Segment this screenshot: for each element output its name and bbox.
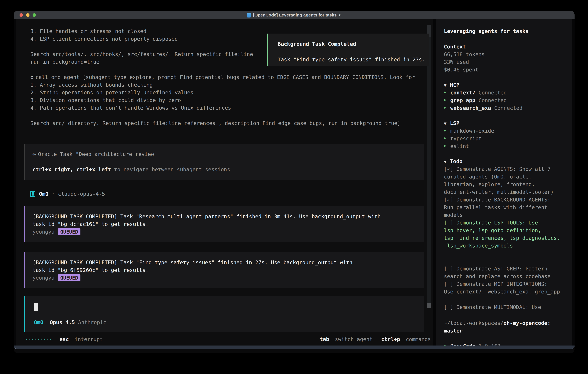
esc-key-label: esc xyxy=(60,336,69,342)
app-window: [OpenCode] Leveraging agents for tasks ◐… xyxy=(14,11,575,353)
tab-key-label: tab xyxy=(320,336,329,342)
task-meta-row: yeongyu QUEUED xyxy=(32,228,424,236)
prompt-input[interactable]: OmO Opus 4.5 Anthropic xyxy=(24,296,424,332)
status-badge: QUEUED xyxy=(58,228,80,235)
commands-action-label: commands xyxy=(406,336,431,342)
context-section: Context 66,518 tokens 33% used $0.46 spe… xyxy=(444,43,572,73)
task-message-line: task_id="bg_dcfac161" to get results. xyxy=(32,220,424,228)
mcp-item: context7Connected xyxy=(444,89,572,96)
chevron-down-icon: ▼ xyxy=(444,121,447,126)
zoom-button[interactable] xyxy=(32,13,36,17)
window-title: [OpenCode] Leveraging agents for tasks xyxy=(253,13,336,18)
todo-line: lsp_workspace_symbols xyxy=(444,242,572,249)
mcp-item-name: context7 xyxy=(450,90,475,96)
mcp-item-name: websearch_exa xyxy=(450,105,491,111)
document-icon xyxy=(247,13,251,18)
todo-line: [ ] Demonstrate MCP INTEGRATIONS: xyxy=(444,280,572,288)
lsp-item: eslint xyxy=(444,142,572,150)
todo-line: lsp_find_references, lsp_diagnostics, xyxy=(444,234,572,242)
main-scrollbar[interactable] xyxy=(427,25,430,308)
status-bar: esc interrupt tab switch agent ctrl+p co… xyxy=(16,335,433,343)
lsp-section-header[interactable]: ▼LSP xyxy=(444,119,572,127)
window-title-wrap: [OpenCode] Leveraging agents for tasks ◐ xyxy=(247,13,341,18)
todo-item-pending: [ ] Demonstrate MCP INTEGRATIONS: Use co… xyxy=(444,280,572,295)
spinner-icon xyxy=(26,339,51,340)
oracle-task-hint: ctrl+x right, ctrl+x left to navigate be… xyxy=(32,166,424,173)
active-model-label: Opus 4.5 xyxy=(50,319,75,325)
todo-section: ▼Todo [✓] Demonstrate AGENTS: Show all 7… xyxy=(444,157,572,311)
scrollback-line: Search src/ directory. Return specific f… xyxy=(16,119,433,127)
lsp-section: ▼LSP markdown-oxide typescript eslint xyxy=(444,119,572,150)
task-user: yeongyu xyxy=(32,275,54,281)
scrollback-line: 2. String operations on potentially unde… xyxy=(16,89,433,96)
session-sidebar: Leveraging agents for tasks Context 66,5… xyxy=(436,19,572,349)
status-dot-icon xyxy=(444,107,446,109)
minimize-button[interactable] xyxy=(26,13,30,17)
tab-action-label: switch agent xyxy=(335,336,373,342)
todo-line: librarian, explore, frontend, xyxy=(444,180,572,188)
input-cursor-row xyxy=(34,303,424,311)
context-header: Context xyxy=(444,43,572,51)
gear-icon: ⚙ xyxy=(30,74,33,80)
terminal-main-pane: 3. File handles or streams not closed 4.… xyxy=(16,19,433,349)
input-spacer xyxy=(34,311,424,319)
mcp-section: ▼MCP context7Connected grep_appConnected… xyxy=(444,81,572,112)
scrollback-blank-line xyxy=(16,112,433,119)
task-message-line: [BACKGROUND TASK COMPLETED] Task "Find t… xyxy=(32,259,424,266)
todo-header-label: Todo xyxy=(450,158,462,164)
todo-line: document-writer, multimodal-looker) xyxy=(444,188,572,196)
close-button[interactable] xyxy=(20,13,23,17)
mcp-item-name: grep_app xyxy=(450,97,475,103)
esc-action-label: interrupt xyxy=(75,336,103,342)
todo-line: [ ] Demonstrate AST-GREP: Pattern xyxy=(444,265,572,272)
agent-name: OmO xyxy=(39,191,48,197)
task-user: yeongyu xyxy=(32,229,54,235)
oracle-task-card: ◎Oracle Task "Deep architecture review" … xyxy=(24,144,424,180)
todo-item-pending: [ ] Demonstrate AST-GREP: Pattern search… xyxy=(444,265,572,280)
mcp-section-header[interactable]: ▼MCP xyxy=(444,81,572,89)
bullseye-icon: ◎ xyxy=(32,151,36,157)
status-right: tab switch agent ctrl+p commands xyxy=(320,336,431,342)
status-dot-icon xyxy=(444,92,446,93)
workspace-repo: oh-my-opencode: xyxy=(504,320,551,326)
mcp-item-status: Connected xyxy=(478,97,507,103)
scrollback-line: 3. Division operations that could divide… xyxy=(16,96,433,104)
context-spent: $0.46 spent xyxy=(444,66,572,73)
main-scrollbar-thumb[interactable] xyxy=(427,303,430,308)
status-left: esc interrupt xyxy=(26,336,103,342)
status-dot-icon xyxy=(444,99,446,101)
keybinding-description: to navigate between subagent sessions xyxy=(111,166,230,172)
notification-title: Background Task Completed xyxy=(278,40,429,48)
todo-line: search and replace across codebase xyxy=(444,272,572,280)
lsp-item-name: eslint xyxy=(450,143,469,149)
tool-call-text: call_omo_agent [subagent_type=explore, p… xyxy=(36,74,415,80)
window-bottom-strip xyxy=(14,345,575,349)
workspace-branch: master xyxy=(444,327,572,334)
lsp-item: markdown-oxide xyxy=(444,127,572,135)
lsp-header-label: LSP xyxy=(450,120,459,126)
todo-line: Run parallel tasks with different xyxy=(444,204,572,211)
text-cursor xyxy=(34,303,38,311)
task-message-line: [BACKGROUND TASK COMPLETED] Task "Resear… xyxy=(32,213,424,220)
active-agent-label: OmO xyxy=(34,319,43,325)
esc-hint: esc interrupt xyxy=(60,336,103,342)
todo-item-done: [✓] Demonstrate BACKGROUND AGENTS: Run p… xyxy=(444,196,572,219)
todo-line: [ ] Demonstrate MULTIMODAL: Use xyxy=(444,303,572,311)
notification-body: Task "Find type safety issues" finished … xyxy=(278,56,429,63)
scrollback-blank-line xyxy=(16,66,433,73)
mcp-item-status: Connected xyxy=(494,105,523,111)
traffic-lights xyxy=(20,13,36,17)
todo-section-header[interactable]: ▼Todo xyxy=(444,157,572,165)
task-message-line: task_id="bg_6f59260c" to get results. xyxy=(32,266,424,274)
background-task-card: [BACKGROUND TASK COMPLETED] Task "Resear… xyxy=(24,206,424,242)
agent-model: claude-opus-4-5 xyxy=(58,191,105,197)
agent-icon xyxy=(30,191,35,197)
mcp-item: grep_appConnected xyxy=(444,96,572,104)
context-used: 33% used xyxy=(444,58,572,66)
agent-separator: · xyxy=(52,191,55,197)
todo-line: lsp_hover, lsp_goto_definition, xyxy=(444,227,572,234)
commands-key-label: ctrl+p xyxy=(381,336,400,342)
context-tokens: 66,518 tokens xyxy=(444,51,572,58)
workspace-info: ~/local-workspaces/oh-my-opencode: maste… xyxy=(444,319,572,334)
tab-hint: tab switch agent xyxy=(320,336,373,342)
